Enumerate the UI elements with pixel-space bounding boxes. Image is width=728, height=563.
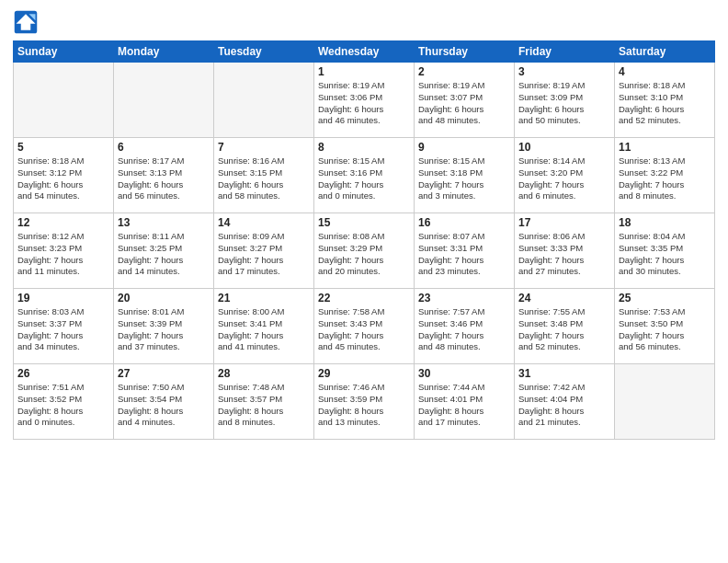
- calendar-cell: 3Sunrise: 8:19 AM Sunset: 3:09 PM Daylig…: [515, 63, 615, 138]
- day-number: 22: [318, 292, 410, 304]
- weekday-header-friday: Friday: [515, 41, 615, 63]
- day-number: 31: [518, 367, 610, 380]
- calendar-cell: 20Sunrise: 8:01 AM Sunset: 3:39 PM Dayli…: [114, 289, 214, 364]
- calendar-cell: 21Sunrise: 8:00 AM Sunset: 3:41 PM Dayli…: [214, 289, 314, 364]
- day-number: 12: [17, 216, 109, 229]
- calendar-cell: 17Sunrise: 8:06 AM Sunset: 3:33 PM Dayli…: [515, 213, 615, 289]
- day-info: Sunrise: 7:44 AM Sunset: 4:01 PM Dayligh…: [418, 382, 510, 429]
- day-number: 1: [318, 65, 410, 78]
- calendar-cell: 10Sunrise: 8:14 AM Sunset: 3:20 PM Dayli…: [515, 138, 615, 213]
- calendar-cell: 24Sunrise: 7:55 AM Sunset: 3:48 PM Dayli…: [515, 289, 615, 364]
- weekday-header-sunday: Sunday: [14, 41, 114, 63]
- calendar-cell: 15Sunrise: 8:08 AM Sunset: 3:29 PM Dayli…: [314, 213, 415, 289]
- day-info: Sunrise: 7:50 AM Sunset: 3:54 PM Dayligh…: [118, 382, 210, 429]
- day-number: 13: [118, 216, 210, 229]
- calendar-cell: 27Sunrise: 7:50 AM Sunset: 3:54 PM Dayli…: [114, 364, 214, 440]
- day-number: 18: [619, 216, 711, 229]
- day-number: 15: [318, 216, 410, 229]
- day-info: Sunrise: 8:00 AM Sunset: 3:41 PM Dayligh…: [218, 306, 310, 353]
- day-info: Sunrise: 7:48 AM Sunset: 3:57 PM Dayligh…: [218, 382, 310, 429]
- day-info: Sunrise: 7:46 AM Sunset: 3:59 PM Dayligh…: [318, 382, 410, 429]
- calendar-cell: 19Sunrise: 8:03 AM Sunset: 3:37 PM Dayli…: [14, 289, 114, 364]
- day-info: Sunrise: 8:06 AM Sunset: 3:33 PM Dayligh…: [518, 231, 610, 278]
- weekday-header-saturday: Saturday: [615, 41, 715, 63]
- day-number: 17: [518, 216, 610, 229]
- weekday-header-thursday: Thursday: [415, 41, 515, 63]
- calendar-cell: 25Sunrise: 7:53 AM Sunset: 3:50 PM Dayli…: [615, 289, 715, 364]
- day-number: 8: [318, 141, 410, 154]
- calendar-cell: 16Sunrise: 8:07 AM Sunset: 3:31 PM Dayli…: [415, 213, 515, 289]
- calendar-cell: 7Sunrise: 8:16 AM Sunset: 3:15 PM Daylig…: [214, 138, 314, 213]
- day-info: Sunrise: 7:51 AM Sunset: 3:52 PM Dayligh…: [17, 382, 109, 429]
- day-info: Sunrise: 8:19 AM Sunset: 3:06 PM Dayligh…: [318, 80, 410, 127]
- day-info: Sunrise: 8:14 AM Sunset: 3:20 PM Dayligh…: [518, 155, 610, 202]
- calendar-cell: 30Sunrise: 7:44 AM Sunset: 4:01 PM Dayli…: [415, 364, 515, 440]
- calendar-cell: 22Sunrise: 7:58 AM Sunset: 3:43 PM Dayli…: [314, 289, 415, 364]
- day-number: 14: [218, 216, 310, 229]
- day-info: Sunrise: 8:19 AM Sunset: 3:07 PM Dayligh…: [418, 80, 510, 127]
- day-number: 9: [418, 141, 510, 154]
- calendar-cell: 12Sunrise: 8:12 AM Sunset: 3:23 PM Dayli…: [14, 213, 114, 289]
- day-info: Sunrise: 8:13 AM Sunset: 3:22 PM Dayligh…: [619, 155, 711, 202]
- day-number: 27: [118, 367, 210, 380]
- calendar-cell: 14Sunrise: 8:09 AM Sunset: 3:27 PM Dayli…: [214, 213, 314, 289]
- calendar-cell: 2Sunrise: 8:19 AM Sunset: 3:07 PM Daylig…: [415, 63, 515, 138]
- weekday-header-wednesday: Wednesday: [314, 41, 415, 63]
- calendar-cell: 23Sunrise: 7:57 AM Sunset: 3:46 PM Dayli…: [415, 289, 515, 364]
- day-info: Sunrise: 8:17 AM Sunset: 3:13 PM Dayligh…: [118, 155, 210, 202]
- day-info: Sunrise: 8:19 AM Sunset: 3:09 PM Dayligh…: [518, 80, 610, 127]
- day-number: 6: [118, 141, 210, 154]
- calendar-cell: [615, 364, 715, 440]
- calendar-cell: [14, 63, 114, 138]
- calendar-cell: 31Sunrise: 7:42 AM Sunset: 4:04 PM Dayli…: [515, 364, 615, 440]
- day-number: 30: [418, 367, 510, 380]
- day-number: 3: [518, 65, 610, 78]
- calendar-cell: 6Sunrise: 8:17 AM Sunset: 3:13 PM Daylig…: [114, 138, 214, 213]
- day-number: 24: [518, 292, 610, 304]
- calendar-cell: 26Sunrise: 7:51 AM Sunset: 3:52 PM Dayli…: [14, 364, 114, 440]
- day-info: Sunrise: 8:08 AM Sunset: 3:29 PM Dayligh…: [318, 231, 410, 278]
- day-info: Sunrise: 8:01 AM Sunset: 3:39 PM Dayligh…: [118, 306, 210, 353]
- day-info: Sunrise: 8:18 AM Sunset: 3:12 PM Dayligh…: [17, 155, 109, 202]
- day-number: 19: [17, 292, 109, 304]
- weekday-header-monday: Monday: [114, 41, 214, 63]
- day-info: Sunrise: 7:57 AM Sunset: 3:46 PM Dayligh…: [418, 306, 510, 353]
- calendar-cell: 18Sunrise: 8:04 AM Sunset: 3:35 PM Dayli…: [615, 213, 715, 289]
- day-info: Sunrise: 7:55 AM Sunset: 3:48 PM Dayligh…: [518, 306, 610, 353]
- day-info: Sunrise: 8:09 AM Sunset: 3:27 PM Dayligh…: [218, 231, 310, 278]
- calendar-cell: 28Sunrise: 7:48 AM Sunset: 3:57 PM Dayli…: [214, 364, 314, 440]
- day-info: Sunrise: 8:15 AM Sunset: 3:16 PM Dayligh…: [318, 155, 410, 202]
- calendar-cell: 9Sunrise: 8:15 AM Sunset: 3:18 PM Daylig…: [415, 138, 515, 213]
- weekday-header-tuesday: Tuesday: [214, 41, 314, 63]
- day-info: Sunrise: 8:03 AM Sunset: 3:37 PM Dayligh…: [17, 306, 109, 353]
- day-number: 26: [17, 367, 109, 380]
- day-number: 11: [619, 141, 711, 154]
- day-number: 7: [218, 141, 310, 154]
- calendar-cell: 29Sunrise: 7:46 AM Sunset: 3:59 PM Dayli…: [314, 364, 415, 440]
- calendar: SundayMondayTuesdayWednesdayThursdayFrid…: [13, 40, 715, 440]
- day-info: Sunrise: 8:12 AM Sunset: 3:23 PM Dayligh…: [17, 231, 109, 278]
- day-number: 23: [418, 292, 510, 304]
- day-number: 21: [218, 292, 310, 304]
- day-number: 20: [118, 292, 210, 304]
- day-number: 25: [619, 292, 711, 304]
- day-info: Sunrise: 7:58 AM Sunset: 3:43 PM Dayligh…: [318, 306, 410, 353]
- day-number: 28: [218, 367, 310, 380]
- calendar-cell: 4Sunrise: 8:18 AM Sunset: 3:10 PM Daylig…: [615, 63, 715, 138]
- calendar-cell: [214, 63, 314, 138]
- calendar-cell: 5Sunrise: 8:18 AM Sunset: 3:12 PM Daylig…: [14, 138, 114, 213]
- day-info: Sunrise: 8:04 AM Sunset: 3:35 PM Dayligh…: [619, 231, 711, 278]
- day-number: 4: [619, 65, 711, 78]
- day-info: Sunrise: 7:53 AM Sunset: 3:50 PM Dayligh…: [619, 306, 711, 353]
- day-info: Sunrise: 8:07 AM Sunset: 3:31 PM Dayligh…: [418, 231, 510, 278]
- day-number: 5: [17, 141, 109, 154]
- day-info: Sunrise: 8:11 AM Sunset: 3:25 PM Dayligh…: [118, 231, 210, 278]
- day-info: Sunrise: 7:42 AM Sunset: 4:04 PM Dayligh…: [518, 382, 610, 429]
- day-info: Sunrise: 8:15 AM Sunset: 3:18 PM Dayligh…: [418, 155, 510, 202]
- calendar-cell: 8Sunrise: 8:15 AM Sunset: 3:16 PM Daylig…: [314, 138, 415, 213]
- calendar-cell: 13Sunrise: 8:11 AM Sunset: 3:25 PM Dayli…: [114, 213, 214, 289]
- calendar-cell: 11Sunrise: 8:13 AM Sunset: 3:22 PM Dayli…: [615, 138, 715, 213]
- day-info: Sunrise: 8:18 AM Sunset: 3:10 PM Dayligh…: [619, 80, 711, 127]
- calendar-cell: 1Sunrise: 8:19 AM Sunset: 3:06 PM Daylig…: [314, 63, 415, 138]
- day-number: 29: [318, 367, 410, 380]
